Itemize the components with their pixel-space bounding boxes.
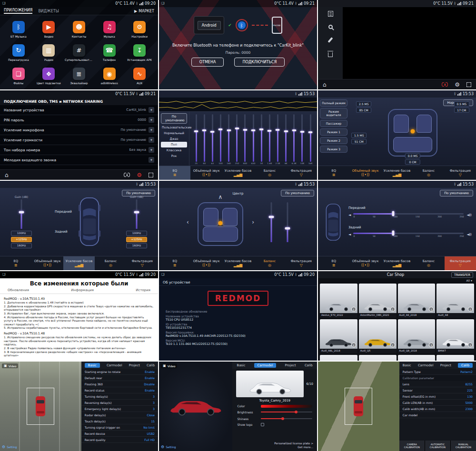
eq-band-slider[interactable]: 6.3K: [290, 114, 298, 165]
download-icon[interactable]: ↓: [390, 343, 395, 347]
frequency-button[interactable]: 160Hz: [11, 243, 32, 248]
app-item[interactable]: ↻ Перезагрузка: [4, 41, 33, 64]
tab-calib[interactable]: Calib: [147, 363, 155, 367]
frequency-button[interactable]: 100Hz: [11, 231, 32, 236]
tab-eq[interactable]: EQ≣: [159, 166, 190, 180]
color-option[interactable]: Color: [232, 403, 317, 409]
settings-gear-button[interactable]: ⚙: [455, 82, 460, 88]
car-item[interactable]: ↓ Audi_Q5: [359, 319, 397, 353]
changelog-tab[interactable]: Информация: [71, 288, 94, 292]
license-plate-link[interactable]: Personalized license plate >: [274, 442, 313, 445]
default-button[interactable]: По умолчанию: [440, 190, 473, 196]
hotspot-icon[interactable]: [442, 82, 448, 87]
default-button[interactable]: По умолчанию: [281, 190, 314, 196]
eq-band-slider[interactable]: 1.6K: [266, 114, 273, 165]
download-icon[interactable]: ↓: [351, 343, 356, 347]
car-item[interactable]: ↓: [359, 355, 397, 361]
setting-row[interactable]: PIN пароль 0000 ▼: [0, 115, 158, 125]
car-item[interactable]: ↓ Audi_A8L_2018: [320, 319, 357, 353]
tab-applications[interactable]: ПРИЛОЖЕНИЯ: [4, 8, 32, 14]
app-item[interactable]: ☎ Телефон: [95, 41, 124, 64]
dropdown-button[interactable]: ▼: [149, 127, 154, 133]
cancel-button[interactable]: ОТМЕНА: [191, 58, 224, 67]
setting-row[interactable]: Touch delay(s) 15: [81, 418, 158, 424]
car-item[interactable]: ↓ Audi_A8: [436, 284, 474, 318]
balance-slider-2[interactable]: [284, 202, 291, 242]
front-filter-slider[interactable]: 050100150200250: [353, 211, 464, 219]
home-button[interactable]: ⌂: [5, 172, 9, 178]
tab-bass-boost[interactable]: Усиление басов▂▄▆: [381, 166, 413, 180]
car-item[interactable]: ↓: [398, 355, 436, 361]
app-item[interactable]: # Суперпользователь: [64, 41, 94, 64]
tab-filter[interactable]: Фильтрация▽: [127, 256, 158, 270]
mode-button[interactable]: Режим 2: [320, 137, 347, 144]
home-button[interactable]: ⌂: [323, 82, 327, 88]
tab-eq[interactable]: EQ≣: [159, 256, 190, 270]
tab-project[interactable]: Project: [129, 363, 140, 367]
tab-basic[interactable]: Basic: [403, 363, 411, 367]
tab-eq[interactable]: EQ≣: [318, 166, 349, 180]
eq-band-slider[interactable]: 250: [233, 114, 241, 165]
mode-button[interactable]: Полный режим: [320, 99, 347, 107]
eq-band-slider[interactable]: 160: [225, 114, 233, 165]
tab-calib[interactable]: Calib: [305, 363, 313, 367]
tab-surround-sound[interactable]: Объёмный звук((•)): [349, 166, 381, 180]
tab-bass-boost[interactable]: Усиление басов▂▄▆: [222, 256, 254, 270]
param-row[interactable]: Sensor 225: [399, 387, 476, 393]
pattern-type-row[interactable]: Pattern Type Pattern2: [399, 369, 476, 375]
dropdown-button[interactable]: ▼: [149, 107, 154, 113]
app-item[interactable]: ☻ Контакты: [64, 18, 94, 40]
settings-gear-button[interactable]: ⚙: [137, 172, 142, 178]
preset-item[interactable]: Джаз: [161, 136, 187, 142]
setting-row[interactable]: Record device USB2: [81, 431, 158, 437]
download-icon[interactable]: ↓: [390, 307, 395, 312]
show-logo-option[interactable]: Show logo: [232, 422, 317, 427]
setting-row[interactable]: Reversing delay(s) 3: [81, 400, 158, 406]
tab-eq[interactable]: EQ≣: [318, 256, 349, 270]
rear-gain-slider[interactable]: [133, 199, 140, 229]
hotspot-icon[interactable]: [124, 172, 130, 177]
app-item[interactable]: ⚙ Настройки: [125, 18, 154, 40]
brightness-option[interactable]: Brightness: [232, 409, 317, 415]
mode-button[interactable]: Режим водителя: [320, 108, 347, 118]
show-logo-checkbox[interactable]: [261, 423, 264, 426]
tab-project[interactable]: Project: [440, 363, 451, 367]
download-icon[interactable]: ↓: [468, 343, 473, 347]
app-grid-button[interactable]: [149, 173, 153, 177]
get-more-link[interactable]: Get more...: [298, 446, 313, 449]
setting-button[interactable]: ⚙Setting: [2, 445, 17, 449]
changelog-tab[interactable]: Обновления: [8, 288, 29, 292]
listening-point[interactable]: [411, 129, 415, 134]
brush-icon[interactable]: [328, 37, 333, 43]
frequency-button[interactable]: 160Hz: [126, 243, 147, 248]
eq-band-slider[interactable]: 100: [217, 114, 224, 165]
tab-bass-boost[interactable]: Усиление басов▂▄▆: [381, 256, 413, 270]
eq-band-slider[interactable]: 4K: [282, 114, 290, 165]
setting-row[interactable]: Turning signal trigger on No limit: [81, 424, 158, 431]
setting-row[interactable]: Default rear Enable: [81, 375, 158, 381]
chevron-left-icon[interactable]: ‹: [187, 219, 189, 225]
notes-icon[interactable]: [328, 11, 333, 17]
app-item[interactable]: ↧ Установщик APK: [125, 41, 154, 64]
eq-band-slider[interactable]: 1K: [258, 114, 265, 165]
preset-item[interactable]: Классика: [161, 147, 187, 153]
tab-filter[interactable]: Фильтрация▽: [445, 256, 476, 270]
preset-item[interactable]: Поп: [161, 142, 187, 147]
tab-filter[interactable]: Фильтрация▽: [286, 256, 317, 270]
setting-row[interactable]: Усиление громкости По умолчанию ▼: [0, 135, 158, 145]
tab-balance[interactable]: Баланс◎: [95, 256, 126, 270]
app-item[interactable]: ∿ AUX: [125, 65, 154, 88]
car-item[interactable]: ↓ Audi_Q8_2018: [398, 319, 436, 353]
tab-surround-sound[interactable]: Объёмный звук((•)): [349, 256, 381, 270]
transfer-button[interactable]: TRANSFER: [451, 272, 473, 278]
mode-button[interactable]: Режим 1: [320, 128, 347, 136]
shiness-slider[interactable]: [261, 416, 312, 421]
app-item[interactable]: ❖ Цвет подсветки: [34, 65, 64, 88]
tab-balance[interactable]: Баланс◎: [254, 256, 285, 270]
download-icon[interactable]: ↓: [468, 307, 473, 312]
cabin-seats-graphic[interactable]: [198, 202, 243, 246]
app-item[interactable]: ▶ Видео: [34, 18, 64, 40]
setting-row[interactable]: Название устройства CarKit_blink ▼: [0, 105, 158, 115]
setting-row[interactable]: Radar delay(s) Close: [81, 412, 158, 418]
tab-filter[interactable]: Фильтрация▽: [445, 166, 476, 180]
